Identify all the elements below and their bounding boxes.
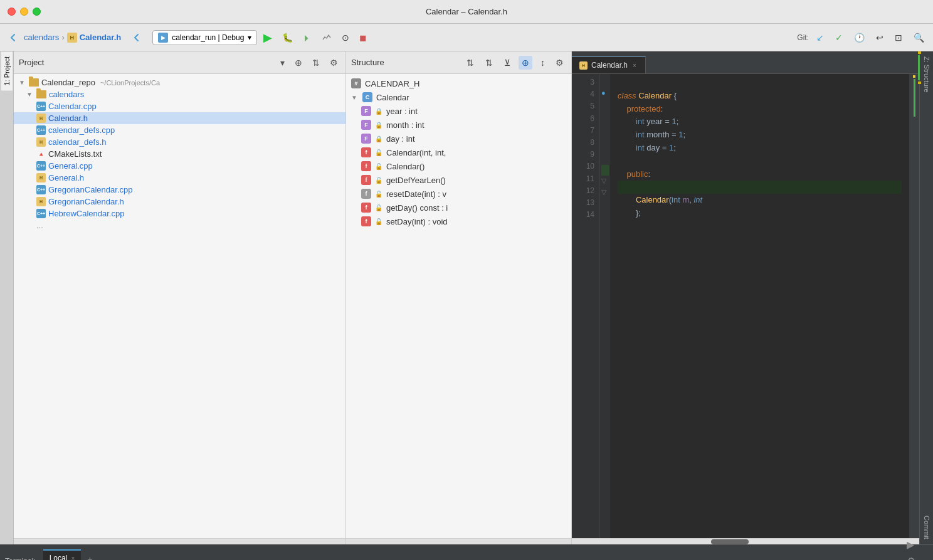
struct-scroll-btn[interactable]: ↕ — [537, 56, 548, 70]
struct-sort-type-btn[interactable]: ⇅ — [482, 56, 496, 70]
struct-resetdate[interactable]: f 🔓 resetDate(int) : v — [346, 187, 571, 201]
code-line-4: class Calendar { — [618, 90, 902, 103]
project-tab[interactable]: 1: Project — [1, 51, 13, 90]
tree-gregorian-cpp[interactable]: C++ GregorianCalendar.cpp — [14, 184, 345, 196]
struct-yearlen-name: getDefYearLen() — [386, 176, 446, 185]
fullscreen-button[interactable] — [33, 8, 41, 16]
git-history-button[interactable]: 🕐 — [850, 30, 868, 45]
tree-calendar-cpp[interactable]: C++ Calendar.cpp — [14, 100, 345, 112]
tree-calendars[interactable]: ▼ calendars — [14, 88, 345, 100]
struct-inherited-btn[interactable]: ⊕ — [519, 56, 532, 70]
line-num-14: 14 — [572, 209, 594, 221]
breadcrumb-parent[interactable]: calendars — [24, 33, 59, 42]
line-num-6: 6 — [572, 113, 594, 125]
breadcrumb-filename: Calendar.h — [80, 33, 121, 42]
git-fetch-button[interactable]: ↙ — [813, 30, 828, 45]
project-config-btn[interactable]: ⇅ — [310, 56, 322, 69]
struct-day[interactable]: F 🔒 day : int — [346, 132, 571, 145]
line-numbers: 3 4 5 6 7 8 9 10 11 12 13 14 — [572, 74, 600, 538]
profile-button[interactable] — [318, 31, 335, 45]
performance-button[interactable]: ⊙ — [338, 30, 353, 45]
coverage-button[interactable]: ⏵ — [299, 30, 315, 45]
local-tab-close[interactable]: × — [71, 555, 75, 561]
struct-year[interactable]: F 🔒 year : int — [346, 104, 571, 118]
commit-tab-right[interactable]: Commit — [921, 510, 932, 544]
code-line-7: int month = 1; — [618, 129, 902, 142]
code-line-9 — [618, 155, 902, 168]
hash-badge: # — [351, 78, 361, 88]
project-settings-btn[interactable]: ⚙ — [327, 56, 340, 69]
terminal-label: Terminal: — [5, 557, 41, 560]
close-button[interactable] — [8, 8, 16, 16]
struct-setday[interactable]: f 🔓 setDay(int) : void — [346, 214, 571, 228]
tree-cmake[interactable]: 🔺 CMakeLists.txt — [14, 148, 345, 160]
debug-button[interactable]: 🐛 — [278, 30, 297, 45]
struct-calendar-class[interactable]: ▼ C Calendar — [346, 90, 571, 104]
git-diff-button[interactable]: ⊡ — [891, 30, 906, 45]
tree-general-cpp[interactable]: C++ General.cpp — [14, 160, 345, 172]
stop-button[interactable]: ◼ — [356, 30, 371, 45]
local-tab[interactable]: Local × — [43, 549, 82, 560]
terminal-minimize-btn[interactable]: — — [919, 556, 928, 560]
structure-panel-title: Structure — [351, 58, 458, 67]
terminal-settings-btn[interactable]: ⚙ — [907, 556, 915, 560]
project-scrollbar[interactable] — [14, 538, 345, 544]
func-badge-reset: f — [361, 189, 371, 199]
editor-tabs: H Calendar.h × — [572, 51, 919, 74]
run-button[interactable]: ▶ — [260, 28, 276, 47]
green-lock-ctor2: 🔓 — [375, 163, 382, 170]
project-add-btn[interactable]: ⊕ — [292, 56, 305, 69]
bottom-tabs: Terminal: Local × + ⚙ — — [0, 545, 933, 560]
struct-calendar-h[interactable]: # CALENDAR_H — [346, 77, 571, 90]
breadcrumb: calendars › H Calendar.h — [24, 33, 121, 43]
add-terminal-btn[interactable]: + — [83, 553, 96, 560]
struct-month[interactable]: F 🔒 month : int — [346, 118, 571, 132]
editor-tab-calendar-h[interactable]: H Calendar.h × — [572, 56, 646, 73]
struct-constructor-params[interactable]: f 🔓 Calendar(int, int, — [346, 145, 571, 159]
structure-scrollbar[interactable] — [346, 538, 571, 544]
structure-panel: Structure ⇅ ⇅ ⊻ ⊕ ↕ ⚙ # CALENDAR_H ▼ C C… — [346, 51, 572, 544]
minimize-button[interactable] — [20, 8, 28, 16]
struct-settings-btn[interactable]: ⚙ — [553, 56, 566, 69]
line-num-4: 4 — [572, 88, 594, 100]
line-num-9: 9 — [572, 149, 594, 161]
fold-marker-4[interactable]: ● — [601, 88, 609, 99]
git-commit-button[interactable]: ✓ — [831, 30, 846, 45]
struct-getday[interactable]: f 🔓 getDay() const : i — [346, 201, 571, 214]
tree-calendar-defs-cpp[interactable]: C++ calendar_defs.cpp — [14, 124, 345, 136]
tree-root[interactable]: ▼ Calendar_repo ~/CLionProjects/Ca — [14, 77, 345, 88]
fold-empty-5 — [601, 98, 609, 110]
project-dropdown-btn[interactable]: ▾ — [278, 56, 287, 69]
fold-icon-13[interactable]: ▽ — [601, 187, 609, 198]
tree-calendar-defs-h[interactable]: H calendar_defs.h — [14, 136, 345, 148]
git-toolbar: Git: ↙ ✓ 🕐 ↩ ⊡ 🔍 — [792, 30, 928, 45]
tab-close-btn[interactable]: × — [631, 61, 638, 70]
hscroll-thumb[interactable] — [711, 539, 749, 544]
tree-general-h[interactable]: H General.h — [14, 172, 345, 184]
search-button[interactable]: 🔍 — [910, 30, 928, 45]
editor-scrollbar[interactable] — [909, 74, 919, 538]
struct-getday-name: getDay() const : i — [386, 203, 448, 213]
class-badge: C — [362, 92, 372, 102]
tree-calendar-h[interactable]: H Calendar.h — [14, 112, 345, 124]
nav-back-button[interactable] — [129, 31, 145, 45]
editor-hscrollbar[interactable]: ▶ — [572, 538, 919, 544]
project-panel: Project ▾ ⊕ ⇅ ⚙ ▼ Calendar_repo ~/CLionP… — [14, 51, 346, 544]
tree-hebrew-cpp[interactable]: C++ HebrewCalendar.cpp — [14, 208, 345, 219]
cpp-icon-hebrew: C++ — [36, 209, 46, 218]
breadcrumb-file[interactable]: H Calendar.h — [67, 33, 121, 43]
green-lock-yearlen: 🔓 — [375, 177, 382, 184]
tree-gregorian-h[interactable]: H GregorianCalendar.h — [14, 196, 345, 208]
fold-icon-12[interactable]: ▽ — [601, 176, 609, 187]
struct-constructor-default[interactable]: f 🔓 Calendar() — [346, 159, 571, 173]
scroll-arrow-right[interactable]: ▶ — [907, 539, 914, 551]
run-config-dropdown[interactable]: ▶ calendar_run | Debug ▾ — [152, 30, 257, 45]
struct-sort-alpha-btn[interactable]: ⇅ — [463, 56, 477, 70]
git-revert-button[interactable]: ↩ — [872, 30, 887, 45]
folder-calendars-name: calendars — [49, 90, 84, 99]
struct-filter-btn[interactable]: ⊻ — [501, 56, 514, 70]
fold-gutter: ● ▽ ▽ — [600, 74, 610, 538]
struct-getdefyearlen[interactable]: f 🔓 getDefYearLen() — [346, 173, 571, 187]
code-content[interactable]: class Calendar { protected: int year = 1… — [610, 74, 909, 538]
back-button[interactable] — [5, 31, 21, 45]
